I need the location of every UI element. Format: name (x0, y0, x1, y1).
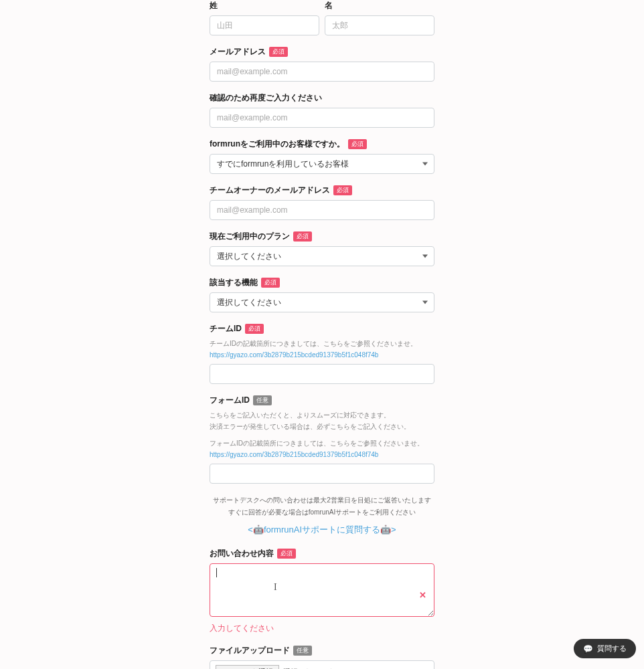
error-x-icon: ✕ (419, 590, 426, 600)
optional-badge: 任意 (253, 395, 272, 405)
chat-label: 質問する (597, 644, 627, 654)
ai-support-link[interactable]: <🤖formrunAIサポートに質問する🤖> (248, 524, 396, 535)
team-id-help-link[interactable]: https://gyazo.com/3b2879b215bcded91379b5… (210, 351, 378, 359)
owner-email-label: チームオーナーのメールアドレス 必須 (210, 185, 434, 196)
team-id-input[interactable] (210, 364, 434, 384)
form-id-help1: こちらをご記入いただくと、よりスムーズに対応できます。 (210, 410, 434, 420)
inquiry-error: 入力してください (210, 623, 434, 634)
plan-select[interactable]: 選択してください (210, 246, 434, 266)
support-line1: サポートデスクへの問い合わせは最大2営業日を目処にご返答いたします (210, 496, 434, 505)
last-name-input[interactable] (210, 15, 319, 35)
email-confirm-label: 確認のため再度ご入力ください (210, 92, 434, 104)
form-id-input[interactable] (210, 464, 434, 484)
chat-icon: 💬 (583, 644, 593, 654)
required-badge: 必須 (245, 324, 264, 334)
feature-label: 該当する機能 必須 (210, 277, 434, 288)
customer-status-label: formrunをご利用中のお客様ですか。 必須 (210, 138, 434, 150)
optional-badge: 任意 (293, 646, 312, 656)
last-name-label: 姓 (210, 0, 319, 11)
form-id-help2: 決済エラーが発生している場合は、必ずこちらをご記入ください。 (210, 421, 434, 432)
chat-widget[interactable]: 💬 質問する (574, 639, 636, 658)
customer-status-select[interactable]: すでにformrunを利用しているお客様 (210, 154, 434, 174)
form-id-label: フォームID 任意 (210, 395, 434, 406)
email-input[interactable] (210, 62, 434, 82)
email-confirm-input[interactable] (210, 108, 434, 128)
team-id-label: チームID 必須 (210, 323, 434, 334)
first-name-input[interactable] (325, 15, 434, 35)
file-label: ファイルアップロード 任意 (210, 645, 434, 656)
required-badge: 必須 (261, 278, 280, 288)
required-badge: 必須 (269, 47, 288, 57)
file-select-button[interactable]: ファイルを選択 (216, 665, 279, 669)
support-line2: すぐに回答が必要な場合はfomrunAIサポートをご利用ください (210, 508, 434, 517)
first-name-label: 名 (325, 0, 434, 11)
feature-select[interactable]: 選択してください (210, 292, 434, 312)
required-badge: 必須 (293, 231, 312, 242)
required-badge: 必須 (348, 139, 367, 149)
required-badge: 必須 (277, 549, 296, 559)
required-badge: 必須 (333, 185, 352, 195)
plan-label: 現在ご利用中のプラン 必須 (210, 231, 434, 242)
team-id-help: チームIDの記載箇所につきましては、こちらをご参照くださいませ。 (210, 339, 434, 349)
inquiry-label: お問い合わせ内容 必須 (210, 548, 434, 559)
owner-email-input[interactable] (210, 200, 434, 220)
form-id-help-link[interactable]: https://gyazo.com/3b2879b215bcded91379b5… (210, 451, 378, 458)
form-id-help3: フォームIDの記載箇所につきましては、こちらをご参照くださいませ。 (210, 438, 434, 448)
inquiry-textarea[interactable] (210, 563, 434, 617)
email-label: メールアドレス 必須 (210, 46, 434, 58)
